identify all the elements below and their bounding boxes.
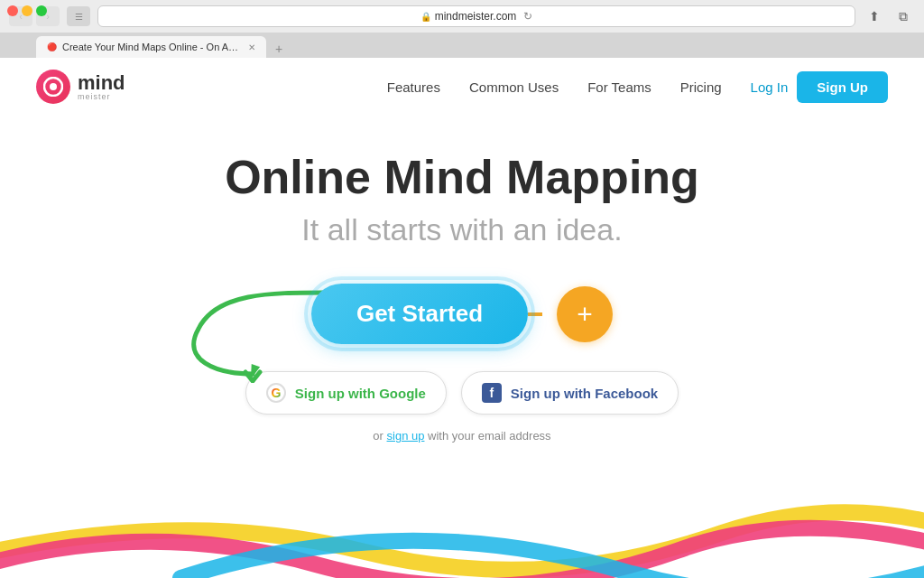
google-signup-label: Sign up with Google <box>295 386 426 401</box>
tab-title: Create Your Mind Maps Online - On Any De… <box>62 42 243 52</box>
logo-sub-text: meister <box>78 93 125 101</box>
logo[interactable]: mind meister <box>36 70 125 104</box>
facebook-icon: f <box>482 383 502 403</box>
signup-row: G Sign up with Google f Sign up with Fac… <box>0 371 924 415</box>
page-content: mind meister Features Common Uses For Te… <box>0 58 924 578</box>
connector-line <box>528 312 542 316</box>
share-button[interactable]: ⬆ <box>863 6 886 26</box>
nav-common-uses[interactable]: Common Uses <box>469 79 559 95</box>
new-tab-button[interactable]: + <box>270 40 288 58</box>
logo-icon <box>36 70 70 104</box>
get-started-button[interactable]: Get Started <box>311 284 528 344</box>
nav-links: Features Common Uses For Teams Pricing <box>387 79 722 95</box>
tab-close-button[interactable]: ✕ <box>248 42 255 52</box>
reload-icon: ↻ <box>523 10 532 23</box>
logo-main-text: mind <box>78 73 125 93</box>
email-note: or sign up with your email address <box>0 429 924 443</box>
lock-icon: 🔒 <box>420 12 431 22</box>
nav-actions: Log In Sign Up <box>751 71 888 103</box>
tab-bar: 🔴 Create Your Mind Maps Online - On Any … <box>0 33 924 58</box>
hero-section: Online Mind Mapping It all starts with a… <box>0 116 924 443</box>
plus-circle: + <box>557 286 613 342</box>
email-note-suffix: with your email address <box>424 429 550 443</box>
address-bar[interactable]: 🔒 mindmeister.com ↻ <box>97 5 855 27</box>
logo-text: mind meister <box>78 73 125 101</box>
hero-title: Online Mind Mapping <box>0 152 924 203</box>
browser-actions: ⬆ ⧉ <box>863 6 915 26</box>
waves-decoration <box>0 434 924 578</box>
facebook-signup-label: Sign up with Facebook <box>511 386 658 401</box>
facebook-signup-button[interactable]: f Sign up with Facebook <box>461 371 679 415</box>
nav-features[interactable]: Features <box>387 79 440 95</box>
login-button[interactable]: Log In <box>751 79 789 95</box>
navbar: mind meister Features Common Uses For Te… <box>0 58 924 116</box>
nav-pricing[interactable]: Pricing <box>680 79 722 95</box>
tab-favicon: 🔴 <box>47 42 57 51</box>
email-signup-link[interactable]: sign up <box>387 429 425 443</box>
active-tab[interactable]: 🔴 Create Your Mind Maps Online - On Any … <box>36 36 266 58</box>
cta-area: Get Started + <box>0 284 924 344</box>
layout-button[interactable]: ☰ <box>67 6 90 26</box>
email-note-prefix: or <box>373 429 386 443</box>
svg-point-1 <box>50 83 57 90</box>
url-text: mindmeister.com <box>435 10 517 23</box>
browser-chrome: ‹ › ☰ 🔒 mindmeister.com ↻ ⬆ ⧉ 🔴 Create Y… <box>0 0 924 58</box>
signup-button[interactable]: Sign Up <box>797 71 888 103</box>
google-icon: G <box>266 383 286 403</box>
duplicate-button[interactable]: ⧉ <box>892 6 915 26</box>
hero-subtitle: It all starts with an idea. <box>0 212 924 247</box>
nav-for-teams[interactable]: For Teams <box>587 79 651 95</box>
browser-toolbar: ‹ › ☰ 🔒 mindmeister.com ↻ ⬆ ⧉ <box>0 0 924 33</box>
